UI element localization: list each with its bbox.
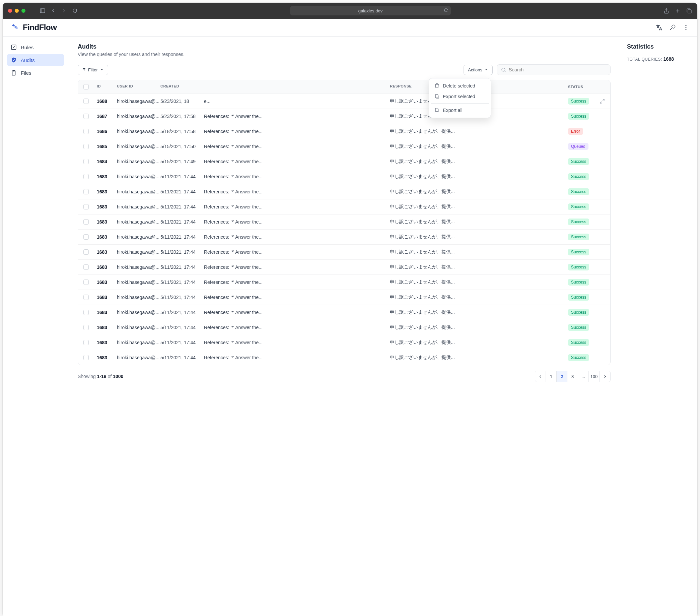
trash-icon (434, 83, 439, 88)
svg-rect-12 (435, 95, 438, 98)
audits-table: ID USER ID CREATED RESPONSE STATUS 1688 … (78, 80, 611, 365)
search-box[interactable] (497, 64, 611, 75)
status-badge: Success (568, 324, 589, 331)
cell-id: 1683 (97, 234, 117, 239)
forward-button[interactable] (61, 8, 67, 14)
minimize-window-button[interactable] (15, 9, 19, 13)
column-header-status[interactable]: STATUS (568, 84, 605, 89)
row-checkbox[interactable] (84, 99, 89, 104)
table-row[interactable]: 1683 hiroki.hasegawa@... 5/11/2021, 17:4… (78, 274, 610, 289)
pagination-page-2[interactable]: 2 (557, 371, 567, 382)
pagination-page-1[interactable]: 1 (546, 371, 557, 382)
row-checkbox[interactable] (84, 189, 89, 194)
shield-privacy-icon[interactable] (72, 8, 78, 14)
table-row[interactable]: 1683 hiroki.hasegawa@... 5/11/2021, 17:4… (78, 169, 610, 184)
row-checkbox[interactable] (84, 280, 89, 285)
column-header-id[interactable]: ID (97, 84, 117, 89)
refresh-icon[interactable] (444, 8, 448, 13)
row-checkbox[interactable] (84, 355, 89, 360)
maximize-window-button[interactable] (22, 9, 25, 13)
row-checkbox[interactable] (84, 310, 89, 315)
svg-point-6 (686, 25, 687, 26)
row-checkbox[interactable] (84, 159, 89, 164)
expand-icon[interactable] (600, 99, 605, 104)
row-checkbox[interactable] (84, 114, 89, 119)
table-row[interactable]: 1688 hiroki.hasegawa@... 5/23/2021, 18 e… (78, 94, 610, 109)
pagination-page-3[interactable]: 3 (567, 371, 578, 382)
status-badge: Error (568, 128, 583, 135)
row-checkbox[interactable] (84, 249, 89, 255)
dropdown-item-delete-selected[interactable]: Delete selected (431, 81, 489, 91)
sidebar-item-files[interactable]: Files (7, 67, 64, 79)
cell-status: Error (568, 128, 605, 135)
table-row[interactable]: 1683 hiroki.hasegawa@... 5/11/2021, 17:4… (78, 289, 610, 305)
sidebar: RulesAuditsFiles (3, 37, 68, 616)
table-row[interactable]: 1684 hiroki.hasegawa@... 5/15/2021, 17:4… (78, 154, 610, 169)
sidebar-item-rules[interactable]: Rules (7, 41, 64, 53)
row-checkbox[interactable] (84, 264, 89, 270)
sidebar-item-audits[interactable]: Audits (7, 54, 64, 66)
sidebar-toggle-icon[interactable] (39, 8, 46, 14)
column-header-prompt[interactable] (204, 84, 390, 89)
row-checkbox[interactable] (84, 295, 89, 300)
filter-button[interactable]: Filter (78, 65, 108, 75)
pagination-prev[interactable] (535, 371, 546, 382)
table-row[interactable]: 1683 hiroki.hasegawa@... 5/11/2021, 17:4… (78, 229, 610, 244)
column-header-created[interactable]: CREATED (160, 84, 204, 89)
table-row[interactable]: 1686 hiroki.hasegawa@... 5/18/2021, 17:5… (78, 124, 610, 139)
table-row[interactable]: 1683 hiroki.hasegawa@... 5/11/2021, 17:4… (78, 244, 610, 259)
select-all-checkbox[interactable] (84, 84, 89, 89)
table-row[interactable]: 1683 hiroki.hasegawa@... 5/11/2021, 17:4… (78, 350, 610, 365)
cell-response: 申し訳ございませんが、提供... (390, 189, 568, 195)
back-button[interactable] (50, 8, 56, 14)
row-checkbox[interactable] (84, 144, 89, 149)
table-row[interactable]: 1683 hiroki.hasegawa@... 5/11/2021, 17:4… (78, 184, 610, 199)
logo-icon (11, 23, 20, 32)
tabs-overview-icon[interactable] (686, 8, 692, 14)
cell-id: 1685 (97, 144, 117, 149)
table-row[interactable]: 1685 hiroki.hasegawa@... 5/15/2021, 17:5… (78, 139, 610, 154)
actions-button[interactable]: Actions (464, 65, 493, 75)
table-row[interactable]: 1683 hiroki.hasegawa@... 5/11/2021, 17:4… (78, 214, 610, 229)
table-row[interactable]: 1687 hiroki.hasegawa@... 5/23/2021, 17:5… (78, 109, 610, 124)
cell-response: 申し訳ございませんが、提供... (390, 219, 568, 225)
stat-value: 1688 (663, 56, 674, 62)
search-input[interactable] (509, 67, 606, 72)
status-badge: Success (568, 264, 589, 270)
table-row[interactable]: 1683 hiroki.hasegawa@... 5/11/2021, 17:4… (78, 335, 610, 350)
cell-created: 5/11/2021, 17:44 (160, 189, 204, 194)
pagination-page-...[interactable]: ... (578, 371, 589, 382)
pagination-page-100[interactable]: 100 (589, 371, 600, 382)
table-row[interactable]: 1683 hiroki.hasegawa@... 5/11/2021, 17:4… (78, 320, 610, 335)
table-row[interactable]: 1683 hiroki.hasegawa@... 5/11/2021, 17:4… (78, 199, 610, 214)
cell-id: 1683 (97, 174, 117, 179)
share-icon[interactable] (663, 8, 669, 14)
new-tab-icon[interactable] (675, 8, 680, 14)
dropdown-item-export-all[interactable]: Export all (431, 105, 489, 115)
address-bar[interactable]: galaxies.dev (290, 6, 451, 15)
cell-status: Success (568, 234, 605, 240)
cell-user: hiroki.hasegawa@... (117, 204, 160, 209)
row-checkbox[interactable] (84, 204, 89, 209)
status-badge: Success (568, 279, 589, 285)
row-checkbox[interactable] (84, 234, 89, 239)
logo[interactable]: FindFlow (11, 23, 57, 32)
translate-icon[interactable] (656, 24, 662, 31)
dropdown-item-export-selected[interactable]: Export selected (431, 91, 489, 102)
status-badge: Success (568, 249, 589, 255)
magic-wand-icon[interactable] (669, 24, 676, 31)
column-header-user[interactable]: USER ID (117, 84, 160, 89)
cell-id: 1687 (97, 114, 117, 119)
sidebar-item-label: Files (21, 70, 32, 76)
pagination-next[interactable] (600, 371, 610, 382)
row-checkbox[interactable] (84, 325, 89, 330)
row-checkbox[interactable] (84, 340, 89, 345)
row-checkbox[interactable] (84, 129, 89, 134)
status-badge: Success (568, 234, 589, 240)
row-checkbox[interactable] (84, 174, 89, 179)
row-checkbox[interactable] (84, 219, 89, 224)
table-row[interactable]: 1683 hiroki.hasegawa@... 5/11/2021, 17:4… (78, 259, 610, 274)
close-window-button[interactable] (8, 9, 12, 13)
table-row[interactable]: 1683 hiroki.hasegawa@... 5/11/2021, 17:4… (78, 305, 610, 320)
more-vertical-icon[interactable] (683, 24, 689, 31)
